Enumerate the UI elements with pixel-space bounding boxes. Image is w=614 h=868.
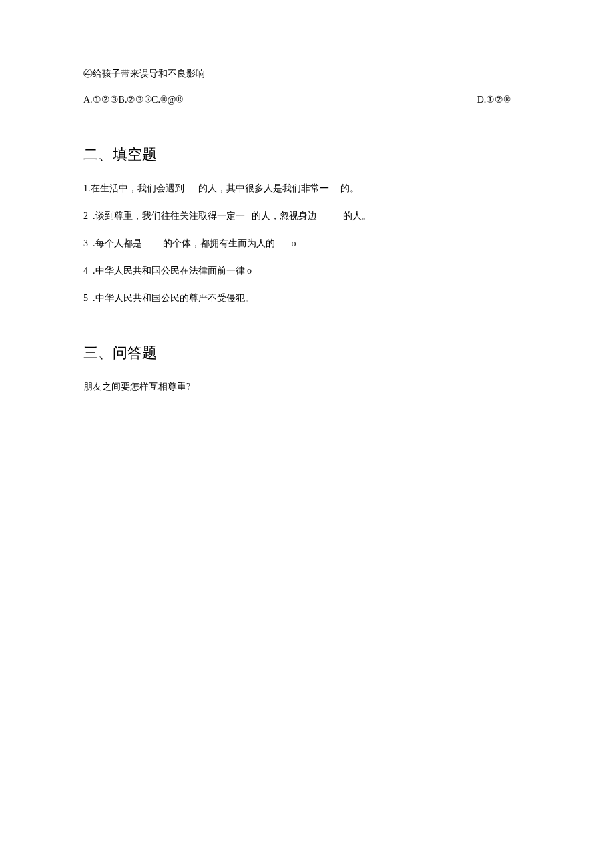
section-2-heading: 二、填空题 bbox=[83, 143, 531, 165]
fill-question-1: 1.在生活中，我们会遇到 的人，其中很多人是我们非常一 的。 bbox=[83, 181, 531, 195]
qa-question-1: 朋友之间要怎样互相尊重? bbox=[83, 380, 531, 394]
statement-4: ④给孩子带来误导和不良影响 bbox=[83, 67, 531, 81]
fill-question-4: 4 .中华人民共和国公民在法律面前一律 o bbox=[83, 264, 531, 278]
section-3-heading: 三、问答题 bbox=[83, 342, 531, 364]
fill-question-3: 3 .每个人都是 的个体，都拥有生而为人的 o bbox=[83, 236, 531, 250]
option-d: D.①②® bbox=[477, 93, 531, 107]
fill-question-5: 5 .中华人民共和国公民的尊严不受侵犯。 bbox=[83, 291, 531, 305]
answer-options-row: A.①②③B.②③®C.®@® D.①②® bbox=[83, 93, 531, 107]
options-abc: A.①②③B.②③®C.®@® bbox=[83, 93, 183, 107]
fill-question-2: 2 .谈到尊重，我们往往关注取得一定一 的人，忽视身边 的人。 bbox=[83, 209, 531, 223]
